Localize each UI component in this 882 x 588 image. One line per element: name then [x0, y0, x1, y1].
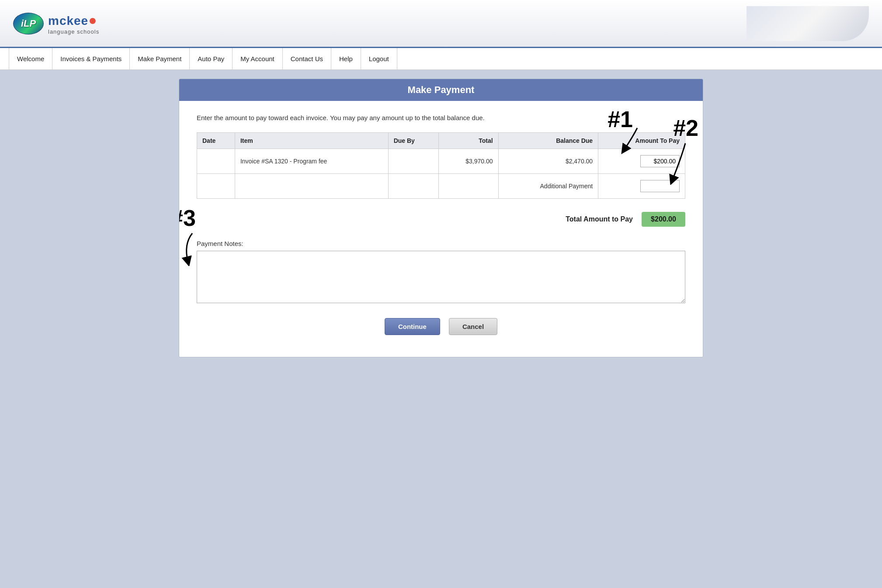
- total-label: Total Amount to Pay: [566, 215, 633, 223]
- cell-amount-to-pay: [598, 149, 685, 174]
- nav-contact-us[interactable]: Contact Us: [283, 48, 331, 69]
- annotation-3: #3: [179, 205, 196, 231]
- notes-with-annotation: #3 Payment Notes:: [197, 240, 685, 305]
- cell-empty-3: [388, 174, 438, 199]
- col-header-total: Total: [438, 133, 498, 149]
- cell-empty-1: [197, 174, 235, 199]
- amount-to-pay-input[interactable]: [640, 155, 680, 167]
- notes-textarea[interactable]: [197, 251, 685, 303]
- main-wrapper: Make Payment Enter the amount to pay tow…: [0, 70, 882, 375]
- button-row: Continue Cancel: [197, 318, 685, 344]
- header: iLP mckee● language schools: [0, 0, 882, 48]
- cell-additional-value: [598, 174, 685, 199]
- cell-balance-due: $2,470.00: [498, 149, 598, 174]
- additional-payment-row: Additional Payment: [197, 174, 685, 199]
- col-header-balance-due: Balance Due: [498, 133, 598, 149]
- total-value: $200.00: [642, 212, 685, 227]
- ilp-text: iLP: [21, 18, 36, 29]
- header-decoration: [747, 6, 869, 41]
- cell-empty-2: [235, 174, 388, 199]
- ilp-logo: iLP: [13, 13, 44, 35]
- page-title: Make Payment: [188, 84, 694, 96]
- invoice-table: Date Item Due By Total Balance Due Amoun…: [197, 132, 685, 199]
- table-wrapper: Date Item Due By Total Balance Due Amoun…: [197, 132, 685, 199]
- cell-additional-label: Additional Payment: [498, 174, 598, 199]
- continue-button[interactable]: Continue: [385, 318, 440, 335]
- content-box: Make Payment Enter the amount to pay tow…: [179, 79, 703, 357]
- nav-logout[interactable]: Logout: [361, 48, 397, 69]
- page-title-bar: Make Payment: [179, 79, 703, 101]
- nav-my-account[interactable]: My Account: [233, 48, 283, 69]
- mckee-sub-text: language schools: [48, 28, 99, 35]
- total-row: Total Amount to Pay $200.00: [197, 208, 685, 235]
- additional-payment-input[interactable]: [640, 180, 680, 192]
- content-inner: Enter the amount to pay toward each invo…: [179, 101, 703, 357]
- mckee-brand-text: mckee●: [48, 12, 97, 28]
- table-row: Invoice #SA 1320 - Program fee $3,970.00…: [197, 149, 685, 174]
- logo-area: iLP mckee● language schools: [13, 12, 99, 35]
- col-header-item: Item: [235, 133, 388, 149]
- cancel-button[interactable]: Cancel: [449, 318, 497, 335]
- mckee-logo: mckee● language schools: [48, 12, 99, 35]
- notes-section: Payment Notes:: [197, 240, 685, 305]
- cell-due-by: [388, 149, 438, 174]
- nav-auto-pay[interactable]: Auto Pay: [190, 48, 233, 69]
- cell-item: Invoice #SA 1320 - Program fee: [235, 149, 388, 174]
- navigation: Welcome Invoices & Payments Make Payment…: [0, 48, 882, 70]
- col-header-date: Date: [197, 133, 235, 149]
- notes-label: Payment Notes:: [197, 240, 685, 247]
- cell-total: $3,970.00: [438, 149, 498, 174]
- col-header-due-by: Due By: [388, 133, 438, 149]
- cell-empty-4: [438, 174, 498, 199]
- nav-help[interactable]: Help: [331, 48, 361, 69]
- col-header-amount-to-pay: Amount To Pay: [598, 133, 685, 149]
- nav-welcome[interactable]: Welcome: [9, 48, 52, 69]
- nav-invoices-payments[interactable]: Invoices & Payments: [52, 48, 130, 69]
- cell-date: [197, 149, 235, 174]
- instructions-text: Enter the amount to pay toward each invo…: [197, 114, 685, 121]
- nav-make-payment[interactable]: Make Payment: [130, 48, 190, 69]
